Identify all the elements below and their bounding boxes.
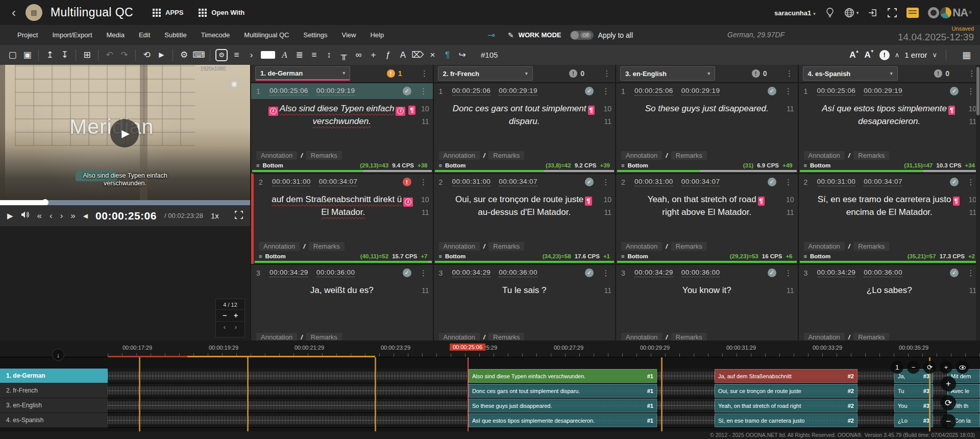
continue-arrow-icon[interactable]: ↪	[455, 48, 470, 62]
spellcheck-icon[interactable]: A	[396, 48, 410, 62]
subtitle-cell-header[interactable]: 300:00:34:2900:00:36:00✓⋮	[616, 265, 798, 281]
subtitle-text[interactable]: Ja, weißt du es?11	[251, 281, 433, 309]
font-decrease-button[interactable]: A▼	[864, 50, 874, 60]
subtitle-text[interactable]: Tu le sais ?11	[434, 281, 616, 309]
remarks-tab[interactable]: Remarks	[671, 242, 707, 251]
keyboard-icon[interactable]: ⌨	[191, 48, 206, 62]
download-icon[interactable]: ↧	[57, 48, 72, 62]
video-frame[interactable]: Meridian ▶ Also sind diese Typen einfach…	[0, 65, 250, 200]
remarks-tab[interactable]: Remarks	[306, 333, 342, 341]
font-increase-button[interactable]: A▲	[849, 50, 859, 60]
tl-visibility-button[interactable]	[956, 361, 969, 374]
check-status-icon[interactable]: ✓	[768, 269, 776, 277]
subtitle-cell-header[interactable]: 300:00:34:2900:00:36:00✓⋮	[434, 265, 616, 281]
start-timecode[interactable]: 00:00:25:06	[270, 87, 308, 95]
check-status-icon[interactable]: ✓	[768, 87, 776, 95]
text-box-icon[interactable]	[261, 51, 275, 59]
annotation-tab[interactable]: Annotation	[804, 242, 845, 251]
video-popout-button[interactable]: ▣	[227, 76, 242, 91]
vertical-align-icon[interactable]: ↕	[322, 48, 336, 62]
start-timecode[interactable]: 00:00:31:00	[272, 178, 311, 186]
track-label-4-es-spanish[interactable]: 4. es-Spanish	[0, 413, 108, 428]
prev-page-button[interactable]: ‹	[224, 323, 226, 331]
track-label-3-en-english[interactable]: 3. en-English	[0, 398, 108, 413]
subtitle-block[interactable]: So these guys just disappeared.#1	[469, 399, 657, 412]
end-timecode[interactable]: 00:00:29:19	[681, 87, 720, 95]
subtitle-cell-header[interactable]: 200:00:31:0000:00:34:07✓⋮	[616, 174, 798, 190]
remarks-tab[interactable]: Remarks	[306, 151, 342, 160]
menu-timecode[interactable]: Timecode	[194, 31, 237, 39]
effects-icon[interactable]: ƒ	[381, 48, 396, 62]
subtitle-text[interactable]: Sí, en ese tramo de carretera justo¶10en…	[799, 190, 980, 218]
add-subtitle-icon[interactable]: +	[366, 48, 381, 62]
check-status-icon[interactable]: ✓	[768, 178, 776, 186]
check-status-icon[interactable]: ✓	[403, 87, 411, 95]
apply-to-all-toggle[interactable]: Off	[570, 31, 594, 40]
check-status-icon[interactable]: ✓	[403, 269, 411, 277]
error-indicator-icon[interactable]: !	[879, 50, 890, 60]
list-icon[interactable]: ≡	[229, 48, 244, 62]
subtitle-menu-icon[interactable]: ⋮	[420, 269, 428, 278]
video-fullscreen-icon[interactable]	[235, 211, 243, 221]
hints-bulb-icon[interactable]	[825, 8, 835, 18]
next-error-icon[interactable]: ∨	[932, 51, 937, 59]
check-status-icon[interactable]: ✓	[950, 178, 959, 186]
user-menu[interactable]: saracunha1▾	[774, 8, 816, 17]
zoom-out-button[interactable]: −	[223, 311, 227, 320]
prev-error-icon[interactable]: ∧	[895, 51, 900, 59]
end-timecode[interactable]: 00:00:36:00	[499, 269, 537, 277]
subtitle-cell[interactable]: 200:00:31:0000:00:34:07✓⋮Oui, sur ce tro…	[434, 173, 616, 264]
italic-font-icon[interactable]: A	[277, 48, 292, 62]
remarks-tab[interactable]: Remarks	[671, 333, 707, 341]
logout-icon[interactable]	[868, 8, 878, 18]
jump-end-button[interactable]: »	[70, 211, 75, 221]
subtitle-menu-icon[interactable]: ⋮	[420, 178, 428, 187]
tl-refresh-button[interactable]: ⟳	[923, 361, 936, 374]
check-status-icon[interactable]: ✓	[585, 269, 594, 277]
subtitle-cell[interactable]: 300:00:34:2900:00:36:00✓⋮Tu le sais ?11A…	[434, 264, 616, 340]
end-timecode[interactable]: 00:00:36:00	[864, 269, 902, 277]
track-label-1-de-german[interactable]: 1. de-German	[0, 369, 108, 383]
redo-icon[interactable]: ↷	[117, 48, 132, 62]
menu-multilingual-qc[interactable]: Multilingual QC	[237, 31, 296, 39]
scrollbar-thumb[interactable]	[976, 67, 979, 115]
start-timecode[interactable]: 00:00:25:06	[634, 87, 673, 95]
subtitle-cell-header[interactable]: 200:00:31:0000:00:34:07✓⋮	[799, 174, 980, 190]
step-back-button[interactable]: ‹	[50, 211, 53, 221]
merge-rows-icon[interactable]: ╥	[336, 48, 351, 62]
subtitle-menu-icon[interactable]: ⋮	[602, 87, 610, 96]
subtitle-block[interactable]: Así que estos tipos simplemente desapare…	[469, 413, 657, 427]
subtitle-menu-icon[interactable]: ⋮	[602, 269, 610, 278]
menu-view[interactable]: View	[334, 31, 363, 39]
start-timecode[interactable]: 00:00:31:00	[634, 178, 673, 186]
subtitle-menu-icon[interactable]: ⋮	[785, 178, 793, 187]
annotation-tab[interactable]: Annotation	[621, 151, 662, 160]
end-timecode[interactable]: 00:00:34:07	[864, 178, 902, 186]
subtitle-cell[interactable]: 100:00:25:0600:00:29:19✓⋮So these guys j…	[616, 82, 798, 173]
upload-icon[interactable]: ↥	[42, 48, 57, 62]
subtitle-block[interactable]: Tu#3	[894, 384, 933, 398]
apps-button[interactable]: APPS	[153, 9, 183, 16]
column-menu-icon[interactable]: ⋮	[603, 69, 611, 78]
tl-zoom-in-button[interactable]: +	[941, 376, 956, 392]
link-icon[interactable]: ∞	[351, 48, 366, 62]
menu-project[interactable]: Project	[10, 31, 45, 39]
subtitle-block[interactable]: Donc ces gars ont tout simplement dispar…	[469, 384, 657, 398]
app-settings-icon[interactable]: ⚙	[215, 49, 228, 61]
subtitle-text[interactable]: ¿Lo sabes?11	[799, 281, 980, 309]
language-select[interactable]: 2. fr-French▾	[438, 66, 533, 81]
remarks-tab[interactable]: Remarks	[853, 333, 889, 341]
menu-edit[interactable]: Edit	[132, 31, 157, 39]
layout-grid-icon[interactable]: ▦	[962, 50, 971, 61]
subtitle-text[interactable]: Así que estos tipos simplemente¶10desapa…	[799, 99, 980, 128]
playhead-line[interactable]	[468, 357, 469, 431]
remarks-tab[interactable]: Remarks	[309, 242, 345, 251]
subtitle-text[interactable]: Oui, sur ce tronçon de route juste¶10au-…	[434, 190, 616, 218]
send-icon[interactable]: ►	[154, 48, 169, 62]
start-timecode[interactable]: 00:00:34:29	[452, 269, 491, 277]
check-status-icon[interactable]: ✓	[585, 178, 594, 186]
start-timecode[interactable]: 00:00:31:00	[817, 178, 856, 186]
start-timecode[interactable]: 00:00:25:06	[817, 87, 856, 95]
subtitle-cell-header[interactable]: 300:00:34:2900:00:36:00✓⋮	[251, 265, 433, 281]
subtitle-cell[interactable]: 100:00:25:0600:00:29:19✓⋮Así que estos t…	[799, 82, 980, 173]
